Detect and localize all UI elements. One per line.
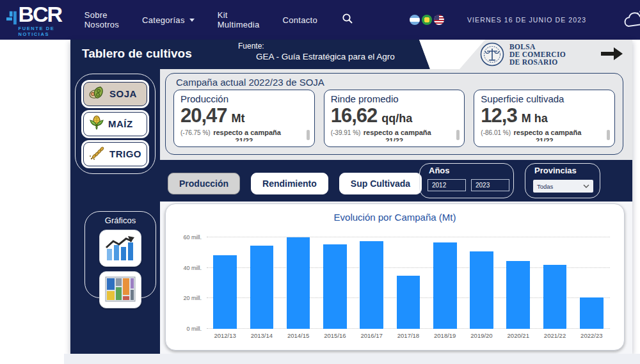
bar-2018-19[interactable] bbox=[433, 242, 457, 329]
x-axis-label: 2021/22 bbox=[544, 329, 566, 339]
source-label: Fuente: bbox=[238, 42, 395, 51]
summary-zone: Campaña actual 2022/23 de SOJA Producció… bbox=[160, 69, 632, 160]
tab-sup-cultivada[interactable]: Sup Cultivada bbox=[339, 173, 422, 194]
bar-2021-22[interactable] bbox=[543, 265, 567, 329]
bar-2022-23[interactable] bbox=[580, 297, 604, 329]
y-axis-label: 60 mill. bbox=[170, 234, 202, 241]
x-axis-label: 2012/13 bbox=[214, 329, 236, 339]
card-scrollbar[interactable] bbox=[607, 130, 610, 140]
evolution-chart-card: Evolución por Campaña (Mt) 0 mill.20 mil… bbox=[165, 203, 625, 351]
kpi-value: 12,3 bbox=[481, 106, 516, 126]
bar-column-2018-19: 2018/19 bbox=[427, 233, 463, 340]
y-axis-label: 20 mill. bbox=[170, 295, 202, 301]
y-axis-label: 0 mill. bbox=[170, 326, 202, 332]
bar-columns: 2012/132013/142014/152015/162016/172017/… bbox=[207, 233, 610, 340]
bar-2012-13[interactable] bbox=[213, 255, 237, 329]
tab-rendimiento[interactable]: Rendimiento bbox=[251, 173, 328, 194]
nav-item-kit-multimedia[interactable]: Kit Multimedia bbox=[218, 10, 260, 29]
nav-menu: Sobre NosotrosCategoríasKit MultimediaCo… bbox=[84, 10, 317, 29]
bar-2017-18[interactable] bbox=[397, 276, 420, 329]
kpi-note: respecto a campaña bbox=[513, 129, 581, 136]
x-axis-label: 2018/19 bbox=[434, 329, 456, 339]
x-axis-label: 2014/15 bbox=[287, 329, 309, 339]
kpi-card-produccion: Producción20,47Mt(-76.75 %) respecto a c… bbox=[173, 90, 315, 147]
kpi-percent-change: (-76.75 %) bbox=[180, 129, 211, 136]
provinces-filter: Provincias Todas bbox=[525, 163, 600, 198]
x-axis-label: 2016/17 bbox=[361, 329, 383, 339]
bar-2015-16[interactable] bbox=[323, 244, 347, 329]
nav-item-label: Contacto bbox=[283, 15, 317, 25]
page: BCR FUENTE DE NOTICIAS Sobre NosotrosCat… bbox=[0, 0, 640, 364]
charts-panel: Gráficos bbox=[84, 211, 156, 298]
x-axis-label: 2020/21 bbox=[508, 329, 529, 339]
chevron-down-icon bbox=[189, 19, 195, 22]
x-axis-label: 2022/23 bbox=[580, 329, 602, 339]
brazil-flag[interactable] bbox=[422, 15, 432, 25]
card-scrollbar[interactable] bbox=[456, 130, 460, 140]
controls-band: ProducciónRendimientoSup Cultivada Años … bbox=[160, 160, 632, 202]
nav-item-label: Categorías bbox=[142, 15, 185, 25]
nav-item-contacto[interactable]: Contacto bbox=[283, 15, 317, 25]
kpi-title: Superficie cultivada bbox=[481, 93, 608, 104]
bar-column-2013-14: 2013/14 bbox=[243, 233, 280, 340]
dashboard-title: Tablero de cultivos bbox=[82, 47, 192, 61]
years-filter: Años bbox=[419, 163, 514, 198]
bar-2020-21[interactable] bbox=[506, 261, 530, 329]
usa-flag-canton bbox=[434, 15, 439, 20]
source-value: GEA - Guía Estratégica para el Agro bbox=[256, 52, 395, 61]
crop-button-trigo[interactable]: TRIGO bbox=[83, 142, 147, 166]
bcr-logo[interactable]: BCR FUENTE DE NOTICIAS bbox=[6, 3, 67, 37]
campaign-title: Campaña actual 2022/23 de SOJA bbox=[176, 77, 623, 88]
bar-chart-view-button[interactable] bbox=[99, 230, 141, 267]
kpi-unit: qq/ha bbox=[381, 112, 412, 125]
year-from-input[interactable] bbox=[428, 179, 466, 191]
bar-chart-plot: 0 mill.20 mill.40 mill.60 mill.2012/1320… bbox=[207, 233, 610, 340]
dashboard-header: Tablero de cultivos Fuente: GEA - Guía E… bbox=[70, 40, 632, 69]
bar-2014-15[interactable] bbox=[287, 237, 310, 329]
x-axis-label: 2015/16 bbox=[324, 329, 346, 339]
crop-label: TRIGO bbox=[109, 148, 141, 159]
sidebar: SOJAMAÍZTRIGO Gráficos bbox=[70, 69, 160, 354]
search-icon bbox=[342, 13, 353, 24]
x-axis-label: 2013/14 bbox=[251, 329, 273, 339]
tab-produccion[interactable]: Producción bbox=[168, 173, 240, 194]
nav-item-label: Kit Multimedia bbox=[218, 10, 260, 29]
year-to-input[interactable] bbox=[471, 179, 509, 191]
card-scrollbar[interactable] bbox=[307, 130, 310, 140]
bottom-strip bbox=[64, 354, 640, 364]
crop-label: SOJA bbox=[109, 88, 137, 99]
bar-2019-20[interactable] bbox=[470, 251, 493, 329]
logo-text: BCR bbox=[19, 3, 67, 26]
treemap-view-button[interactable] bbox=[99, 271, 141, 308]
next-arrow-button[interactable] bbox=[600, 47, 623, 63]
kpi-note-campaign: 21/22 bbox=[180, 137, 308, 141]
chevron-down-icon bbox=[583, 184, 589, 188]
crop-button-maiz[interactable]: MAÍZ bbox=[83, 112, 147, 136]
kpi-title: Producción bbox=[180, 93, 308, 104]
usa-flag[interactable] bbox=[434, 15, 444, 25]
years-label: Años bbox=[429, 166, 513, 175]
kpi-note: respecto a campaña bbox=[364, 129, 431, 136]
nav-item-sobre-nosotros[interactable]: Sobre Nosotros bbox=[84, 10, 119, 29]
nav-item-categorias[interactable]: Categorías bbox=[142, 15, 195, 25]
kpi-cards: Producción20,47Mt(-76.75 %) respecto a c… bbox=[166, 90, 623, 147]
x-axis-label: 2017/18 bbox=[397, 329, 419, 339]
search-button[interactable] bbox=[342, 13, 353, 27]
kpi-percent-change: (-39.91 %) bbox=[331, 129, 361, 136]
arrow-right-icon bbox=[600, 47, 623, 61]
crop-button-soja[interactable]: SOJA bbox=[83, 82, 147, 106]
charts-panel-label: Gráficos bbox=[85, 216, 156, 225]
bar-2016-17[interactable] bbox=[360, 241, 383, 329]
kpi-value: 20,47 bbox=[180, 106, 227, 126]
source-block: Fuente: GEA - Guía Estratégica para el A… bbox=[238, 42, 395, 61]
y-axis-label: 40 mill. bbox=[170, 265, 202, 271]
bar-column-2021-22: 2021/22 bbox=[536, 233, 573, 340]
provinces-select[interactable]: Todas bbox=[533, 180, 593, 193]
kpi-card-rinde-promedio: Rinde promedio16,62qq/ha(-39.91 %) respe… bbox=[324, 90, 465, 147]
wheat-icon bbox=[89, 146, 106, 162]
kpi-note-campaign: 21/22 bbox=[481, 137, 608, 141]
language-flags bbox=[410, 15, 444, 25]
bar-column-2014-15: 2014/15 bbox=[280, 233, 317, 340]
bar-2013-14[interactable] bbox=[250, 246, 274, 329]
argentina-flag[interactable] bbox=[410, 15, 420, 25]
